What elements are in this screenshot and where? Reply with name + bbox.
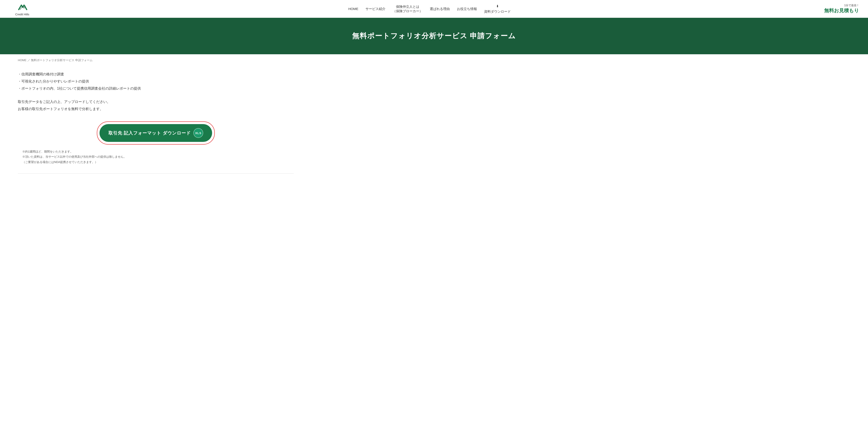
breadcrumb: HOME ／ 無料ポートフォリオ分析サービス 申請フォーム (0, 54, 868, 66)
cta-main-text: 無料お見積もり (824, 7, 859, 14)
download-icon: ⬇ (496, 4, 499, 8)
description-list: ・信用調査機関の格付け調査 ・可視化された分かりやすいレポートの提供 ・ポートフ… (18, 71, 294, 92)
header-cta[interactable]: 1分で送信！ 無料お見積もり (824, 4, 859, 14)
download-format-button[interactable]: 取引先 記入フォーマット ダウンロード XLS (99, 124, 212, 142)
desc-item-1: ・信用調査機関の格付け調査 (18, 71, 294, 78)
note-line1: ※約1週間ほど、期間をいただきます。 (22, 149, 294, 154)
breadcrumb-home[interactable]: HOME (18, 59, 27, 62)
download-section: 取引先 記入フォーマット ダウンロード XLS (18, 122, 294, 144)
page-title: 無料ポートフォリオ分析サービス 申請フォーム (9, 31, 859, 41)
main-content: ・信用調査機関の格付け調査 ・可視化された分かりやすいレポートの提供 ・ポートフ… (0, 66, 312, 187)
nav-service[interactable]: サービス紹介 (366, 7, 385, 11)
nav-download[interactable]: ⬇ 資料ダウンロード (484, 4, 511, 13)
notes-section: ※約1週間ほど、期間をいただきます。 ※頂いた資料は、当サービス以外での使用及び… (18, 149, 294, 165)
logo-text: Credit Hills (16, 13, 29, 16)
section-divider (18, 173, 294, 174)
main-nav: HOME サービス紹介 保険仲立人とは （保険ブローカー） 選ばれる理由 お役立… (36, 4, 824, 13)
desc-item-3: ・ポートフォリオの内、1社について提携信用調査会社の詳細レポートの提供 (18, 85, 294, 92)
note-line3: （ご要望がある場合にはNDA提携させていただきます。） (22, 160, 294, 165)
breadcrumb-current: 無料ポートフォリオ分析サービス 申請フォーム (31, 59, 93, 62)
desc-text-line1: 取引先データをご記入の上、アップロードしてください。 (18, 98, 294, 105)
nav-info[interactable]: お役立ち情報 (457, 7, 477, 11)
xls-icon: XLS (193, 128, 203, 138)
hero-banner: 無料ポートフォリオ分析サービス 申請フォーム (0, 18, 868, 54)
breadcrumb-separator: ／ (27, 59, 30, 62)
download-btn-label: 取引先 記入フォーマット ダウンロード (108, 130, 191, 136)
download-btn-wrapper: 取引先 記入フォーマット ダウンロード XLS (97, 122, 215, 144)
desc-text-line2: お客様の取引先ポートフォリオを無料で分析します。 (18, 105, 294, 112)
logo-icon (17, 2, 28, 12)
note-line2: ※頂いた資料は、当サービス以外での使用及び当社外部への提供は致しません。 (22, 154, 294, 159)
nav-reason[interactable]: 選ばれる理由 (430, 7, 450, 11)
cta-sub-text: 1分で送信！ (824, 4, 859, 7)
site-header: Credit Hills HOME サービス紹介 保険仲立人とは （保険ブローカ… (0, 0, 868, 18)
description-text: 取引先データをご記入の上、アップロードしてください。 お客様の取引先ポートフォリ… (18, 98, 294, 112)
nav-broker[interactable]: 保険仲立人とは （保険ブローカー） (393, 4, 423, 13)
nav-home[interactable]: HOME (348, 7, 358, 11)
desc-item-2: ・可視化された分かりやすいレポートの提供 (18, 78, 294, 85)
logo-area[interactable]: Credit Hills (9, 2, 36, 16)
